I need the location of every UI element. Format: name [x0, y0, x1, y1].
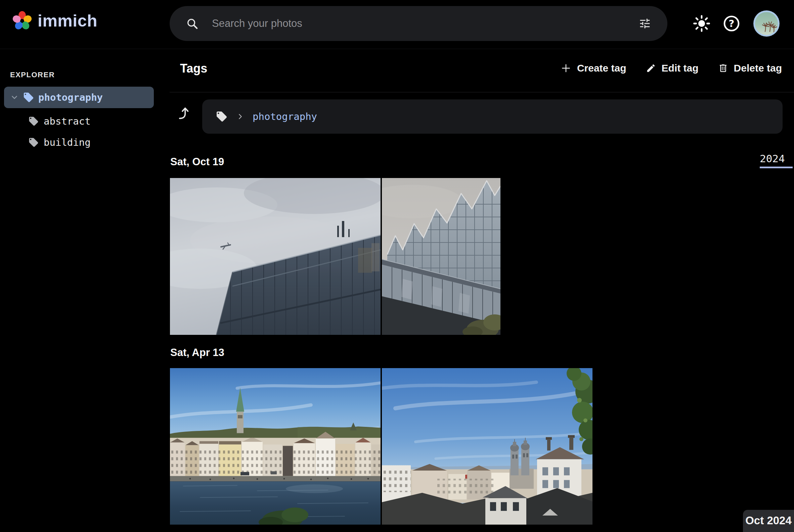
immich-logo[interactable]: immich: [12, 11, 97, 31]
photo-thumbnail[interactable]: [382, 178, 500, 335]
sidebar-item-label: photography: [38, 92, 103, 103]
delete-tag-button[interactable]: Delete tag: [718, 62, 782, 74]
date-group-header: Sat, Oct 19: [170, 156, 224, 168]
photo-thumbnail[interactable]: [170, 368, 380, 525]
breadcrumb: photography: [202, 99, 782, 134]
avatar-photo: [755, 12, 778, 35]
search-filter-icon[interactable]: [639, 17, 651, 30]
tag-actions: Create tag Edit tag Delete tag: [561, 62, 782, 74]
plus-icon: [561, 63, 571, 74]
theme-toggle-sun-icon[interactable]: [691, 13, 712, 34]
create-tag-label: Create tag: [577, 62, 626, 74]
scrubber-handle-label: Oct 2024: [743, 510, 794, 527]
trash-icon: [718, 63, 728, 73]
scrubber-year-label: 2024: [760, 152, 794, 165]
photo-thumbnail[interactable]: [382, 368, 592, 525]
delete-tag-label: Delete tag: [734, 62, 782, 74]
pencil-icon: [646, 63, 656, 73]
explorer-sidebar: EXPLORER photography abstract building: [0, 49, 170, 532]
chevron-right-icon: [237, 113, 244, 120]
date-group-header: Sat, Apr 13: [170, 347, 224, 359]
edit-tag-label: Edit tag: [662, 62, 699, 74]
back-to-parent-button[interactable]: [174, 103, 194, 123]
timeline-scrubber-year[interactable]: 2024: [760, 152, 794, 168]
photo-thumbnail[interactable]: [170, 178, 380, 335]
svg-text:?: ?: [729, 18, 735, 29]
brand-wordmark: immich: [38, 11, 97, 31]
search-icon: [186, 17, 198, 30]
sidebar-item-label: building: [44, 137, 91, 148]
tag-icon: [28, 137, 39, 148]
tag-icon[interactable]: [215, 111, 228, 122]
sidebar-item-photography[interactable]: photography: [4, 87, 154, 108]
explorer-section-label: EXPLORER: [10, 71, 55, 79]
tag-icon: [23, 92, 34, 103]
help-icon[interactable]: ?: [721, 13, 742, 34]
create-tag-button[interactable]: Create tag: [561, 62, 626, 74]
timeline-scrubber-handle[interactable]: Oct 2024: [743, 510, 794, 532]
arrow-up-left-icon: [176, 105, 192, 120]
scrubber-year-marker: [760, 167, 793, 168]
sidebar-item-building[interactable]: building: [4, 133, 154, 152]
top-bar: immich ?: [0, 0, 794, 49]
search-input[interactable]: [212, 17, 625, 30]
tag-icon: [28, 116, 39, 127]
user-avatar[interactable]: [753, 11, 779, 37]
sidebar-item-abstract[interactable]: abstract: [4, 112, 154, 131]
immich-flower-icon: [12, 11, 32, 31]
page-title: Tags: [180, 61, 207, 76]
search-bar[interactable]: [170, 6, 667, 41]
sidebar-item-label: abstract: [44, 116, 91, 127]
edit-tag-button[interactable]: Edit tag: [646, 62, 699, 74]
breadcrumb-current-tag[interactable]: photography: [252, 111, 317, 122]
header-divider: [170, 92, 794, 92]
chevron-down-icon[interactable]: [10, 93, 19, 102]
